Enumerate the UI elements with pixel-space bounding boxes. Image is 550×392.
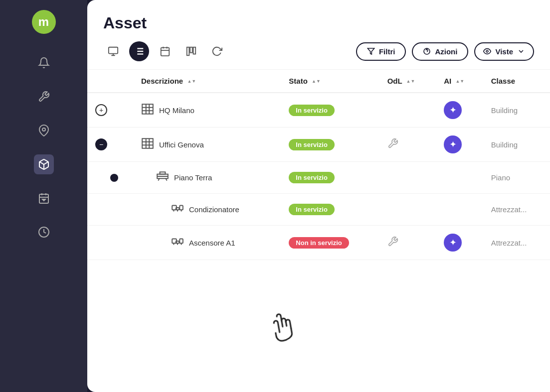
svg-point-0 bbox=[42, 128, 45, 131]
row-odl bbox=[379, 162, 436, 194]
view-calendar-button[interactable] bbox=[155, 41, 175, 61]
svg-rect-28 bbox=[142, 104, 153, 114]
svg-rect-51 bbox=[180, 239, 183, 243]
filtri-label: Filtri bbox=[379, 47, 395, 56]
sidebar-item-location[interactable] bbox=[34, 121, 54, 140]
view-card-button[interactable] bbox=[103, 41, 123, 61]
ai-badge: ✦ bbox=[444, 101, 462, 119]
row-ai bbox=[436, 194, 483, 226]
col-header-expand bbox=[87, 70, 133, 93]
sidebar-item-dashboard[interactable] bbox=[34, 222, 54, 242]
row-name: Piano Terra bbox=[174, 173, 212, 182]
dot-indicator bbox=[110, 174, 118, 182]
sidebar-nav bbox=[34, 53, 54, 382]
chevron-down-icon bbox=[517, 47, 525, 55]
asset-table-container: Descrizione ▲▼ Stato ▲▼ OdL ▲▼ AI ▲▼ bbox=[87, 70, 550, 392]
svg-rect-17 bbox=[161, 48, 170, 56]
row-ai: ✦ bbox=[436, 93, 483, 128]
col-header-odl: OdL ▲▼ bbox=[379, 70, 436, 93]
row-classe: Attrezzat... bbox=[483, 194, 550, 226]
status-badge: In servizio bbox=[289, 172, 335, 183]
row-descrizione: Piano Terra bbox=[133, 162, 281, 194]
row-name: Uffici Genova bbox=[159, 140, 204, 149]
page-header: Asset Filtri bbox=[87, 0, 550, 70]
refresh-button[interactable] bbox=[207, 41, 227, 61]
logo-letter: m bbox=[38, 15, 49, 29]
row-controls: − bbox=[87, 128, 133, 162]
row-controls: + bbox=[87, 93, 133, 128]
ai-badge: ✦ bbox=[444, 135, 462, 153]
svg-rect-33 bbox=[142, 138, 153, 148]
asset-table: Descrizione ▲▼ Stato ▲▼ OdL ▲▼ AI ▲▼ bbox=[87, 70, 550, 260]
sort-arrows-ai[interactable]: ▲▼ bbox=[455, 79, 464, 84]
sidebar-item-wrench[interactable] bbox=[34, 87, 54, 107]
row-odl bbox=[379, 128, 436, 162]
filtri-button[interactable]: Filtri bbox=[356, 42, 406, 61]
ai-badge: ✦ bbox=[444, 234, 462, 252]
row-descrizione: Ascensore A1 bbox=[133, 226, 281, 260]
azioni-button[interactable]: Azioni bbox=[412, 42, 468, 61]
row-classe: Building bbox=[483, 128, 550, 162]
sidebar-item-calendar[interactable] bbox=[34, 188, 54, 208]
wrench-icon bbox=[387, 238, 398, 249]
svg-rect-22 bbox=[190, 47, 192, 53]
row-classe: Piano bbox=[483, 162, 550, 194]
viste-button[interactable]: Viste bbox=[474, 42, 534, 61]
svg-rect-21 bbox=[187, 47, 189, 56]
table-row: + HQ Milano In servizio bbox=[87, 93, 550, 128]
sidebar-item-notifications[interactable] bbox=[34, 53, 54, 73]
status-badge: In servizio bbox=[289, 204, 335, 215]
eye-icon bbox=[483, 47, 491, 55]
row-name: HQ Milano bbox=[159, 106, 194, 115]
row-stato: In servizio bbox=[281, 194, 379, 226]
status-badge: Non in servizio bbox=[289, 237, 349, 249]
row-controls bbox=[87, 194, 133, 226]
expand-button[interactable]: − bbox=[95, 138, 107, 150]
row-name: Condizionatore bbox=[189, 205, 239, 214]
svg-rect-45 bbox=[180, 206, 183, 210]
row-name: Ascensore A1 bbox=[189, 239, 235, 247]
equipment-icon bbox=[171, 235, 184, 251]
wrench-icon bbox=[387, 140, 398, 151]
filter-icon bbox=[367, 47, 375, 55]
sort-arrows-odl[interactable]: ▲▼ bbox=[406, 79, 415, 84]
azioni-icon bbox=[423, 47, 431, 55]
main-content: Asset Filtri bbox=[87, 0, 550, 392]
row-descrizione: Uffici Genova bbox=[133, 128, 281, 162]
floor-icon bbox=[156, 170, 169, 185]
table-row: Piano Terra In servizio Piano bbox=[87, 162, 550, 194]
svg-marker-24 bbox=[367, 48, 374, 54]
sort-arrows-stato[interactable]: ▲▼ bbox=[312, 79, 321, 84]
table-header: Descrizione ▲▼ Stato ▲▼ OdL ▲▼ AI ▲▼ bbox=[87, 70, 550, 93]
row-stato: In servizio bbox=[281, 162, 379, 194]
table-body: + HQ Milano In servizio bbox=[87, 93, 550, 260]
svg-point-25 bbox=[427, 49, 427, 49]
col-header-stato: Stato ▲▼ bbox=[281, 70, 379, 93]
row-ai: ✦ bbox=[436, 226, 483, 260]
sidebar-item-assets[interactable] bbox=[34, 154, 54, 174]
building-icon bbox=[141, 103, 154, 118]
expand-button[interactable]: + bbox=[95, 104, 107, 116]
viste-label: Viste bbox=[495, 47, 513, 56]
row-odl bbox=[379, 226, 436, 260]
view-kanban-button[interactable] bbox=[181, 41, 201, 61]
svg-point-27 bbox=[486, 50, 488, 52]
row-stato: In servizio bbox=[281, 93, 379, 128]
row-controls bbox=[87, 162, 133, 194]
row-classe: Attrezzat... bbox=[483, 226, 550, 260]
view-list-button[interactable] bbox=[129, 41, 149, 61]
azioni-label: Azioni bbox=[435, 47, 457, 56]
app-logo: m bbox=[32, 10, 56, 34]
col-header-descrizione: Descrizione ▲▼ bbox=[133, 70, 281, 93]
table-row: Condizionatore In servizio Attrezzat... bbox=[87, 194, 550, 226]
table-row: − Uffici Genova In servizio bbox=[87, 128, 550, 162]
toolbar: Filtri Azioni Viste bbox=[103, 41, 534, 61]
row-odl bbox=[379, 194, 436, 226]
col-header-ai: AI ▲▼ bbox=[436, 70, 483, 93]
svg-marker-6 bbox=[42, 199, 45, 201]
row-classe: Building bbox=[483, 93, 550, 128]
svg-rect-23 bbox=[193, 47, 196, 54]
sort-arrows-descrizione[interactable]: ▲▼ bbox=[187, 79, 196, 84]
col-header-classe: Classe bbox=[483, 70, 550, 93]
row-stato: Non in servizio bbox=[281, 226, 379, 260]
